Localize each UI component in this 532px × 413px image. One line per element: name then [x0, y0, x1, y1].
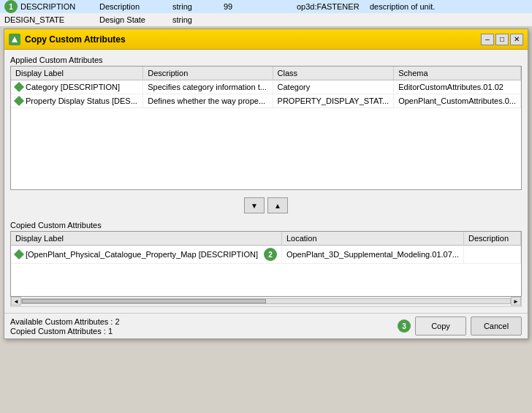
applied-table-header: Display Label Description Class Schema — [11, 67, 521, 80]
scroll-thumb — [22, 299, 266, 303]
copy-custom-attributes-dialog: Copy Custom Attributes – □ ✕ Applied Cus… — [4, 29, 528, 339]
arrow-up-button[interactable]: ▲ — [267, 197, 288, 213]
bg-row-1: 1 DESCRIPTION Description string 99 op3d… — [0, 0, 532, 13]
copied-table-container: Display Label Location Description [Open… — [10, 231, 522, 297]
bg-col6-1: op3d:FASTENER — [292, 2, 365, 11]
bg-col1-2: DESIGN_STATE — [0, 15, 95, 24]
step-badge-2: 2 — [264, 248, 277, 261]
copied-row-icon-1 — [14, 249, 24, 259]
applied-cell-desc-1: Specifies category information t... — [143, 80, 273, 94]
step-badge-3: 3 — [398, 319, 411, 333]
title-buttons: – □ ✕ — [481, 34, 523, 45]
arrow-buttons-container: ▼ ▲ — [10, 194, 522, 216]
applied-row-1[interactable]: Category [DESCRIPTION] Specifies categor… — [11, 80, 521, 94]
applied-table: Display Label Description Class Schema C… — [11, 67, 521, 108]
bg-col2-2: Design State — [95, 15, 168, 24]
copied-count: Copied Custom Attributes : 1 — [10, 327, 120, 336]
col-description: Description — [143, 67, 273, 80]
arrow-down-button[interactable]: ▼ — [244, 197, 265, 213]
bg-col2-1: Description — [95, 2, 168, 11]
bg-col7-1: description of unit. — [365, 2, 532, 11]
copied-table-header: Display Label Location Description — [11, 232, 521, 246]
copy-button[interactable]: Copy — [415, 317, 466, 336]
copied-table: Display Label Location Description [Open… — [11, 232, 521, 264]
copied-cell-location-1: OpenPlant_3D_Supplemental_Modeling.01.07… — [281, 246, 463, 264]
bg-col3-1: string — [168, 2, 219, 11]
col-copied-location: Location — [281, 232, 463, 246]
status-bar: Available Custom Attributes : 2 Copied C… — [4, 313, 528, 338]
col-display-label: Display Label — [11, 67, 143, 80]
copied-cell-label-1: [OpenPlant_Physical_Catalogue_Property_M… — [11, 246, 281, 264]
status-text: Available Custom Attributes : 2 Copied C… — [10, 317, 120, 336]
applied-section: Applied Custom Attributes Display Label … — [10, 56, 522, 190]
col-schema: Schema — [394, 67, 521, 80]
applied-section-label: Applied Custom Attributes — [10, 56, 522, 64]
cancel-button[interactable]: Cancel — [471, 317, 522, 336]
action-buttons: 3 Copy Cancel — [398, 317, 522, 336]
col-class: Class — [273, 67, 394, 80]
copied-cell-desc-1 — [464, 246, 521, 264]
available-count: Available Custom Attributes : 2 — [10, 317, 120, 326]
bg-row-2: DESIGN_STATE Design State string — [0, 13, 532, 26]
copied-section: Copied Custom Attributes Display Label L… — [10, 221, 522, 307]
dialog-body: Applied Custom Attributes Display Label … — [4, 50, 528, 313]
step-badge-1: 1 — [4, 0, 18, 13]
applied-cell-schema-1: EditorCustomAttributes.01.02 — [394, 80, 521, 94]
col-copied-desc: Description — [464, 232, 521, 246]
bg-col1-1: 1 DESCRIPTION — [0, 0, 95, 13]
background-table: 1 DESCRIPTION Description string 99 op3d… — [0, 0, 532, 27]
dialog-icon — [9, 34, 20, 45]
close-button[interactable]: ✕ — [510, 34, 523, 45]
row-icon-2 — [14, 96, 24, 106]
svg-marker-0 — [12, 37, 18, 42]
row-icon-1 — [14, 82, 24, 92]
applied-cell-schema-2: OpenPlant_CustomAttributes.0... — [394, 94, 521, 108]
scroll-track[interactable] — [21, 298, 511, 304]
bg-col4-1: 99 — [219, 2, 248, 11]
copied-section-label: Copied Custom Attributes — [10, 221, 522, 230]
horizontal-scrollbar[interactable]: ◄ ► — [10, 297, 522, 307]
maximize-button[interactable]: □ — [495, 34, 509, 45]
title-bar: Copy Custom Attributes – □ ✕ — [4, 29, 528, 50]
title-bar-left: Copy Custom Attributes — [9, 34, 126, 45]
applied-cell-label-1: Category [DESCRIPTION] — [11, 80, 143, 94]
applied-cell-class-2: PROPERTY_DISPLAY_STAT... — [273, 94, 394, 108]
applied-row-2[interactable]: Property Display Status [DES... Defines … — [11, 94, 521, 108]
bg-col3-2: string — [168, 15, 219, 24]
minimize-button[interactable]: – — [481, 34, 494, 45]
copied-row-1[interactable]: [OpenPlant_Physical_Catalogue_Property_M… — [11, 246, 521, 264]
applied-cell-label-2: Property Display Status [DES... — [11, 94, 143, 108]
scroll-right-arrow[interactable]: ► — [511, 297, 521, 306]
applied-cell-class-1: Category — [273, 80, 394, 94]
col-copied-label: Display Label — [11, 232, 281, 246]
dialog-title: Copy Custom Attributes — [25, 34, 126, 45]
scroll-left-arrow[interactable]: ◄ — [11, 297, 21, 306]
applied-table-container: Display Label Description Class Schema C… — [10, 66, 522, 190]
applied-cell-desc-2: Defines whether the way prope... — [143, 94, 273, 108]
